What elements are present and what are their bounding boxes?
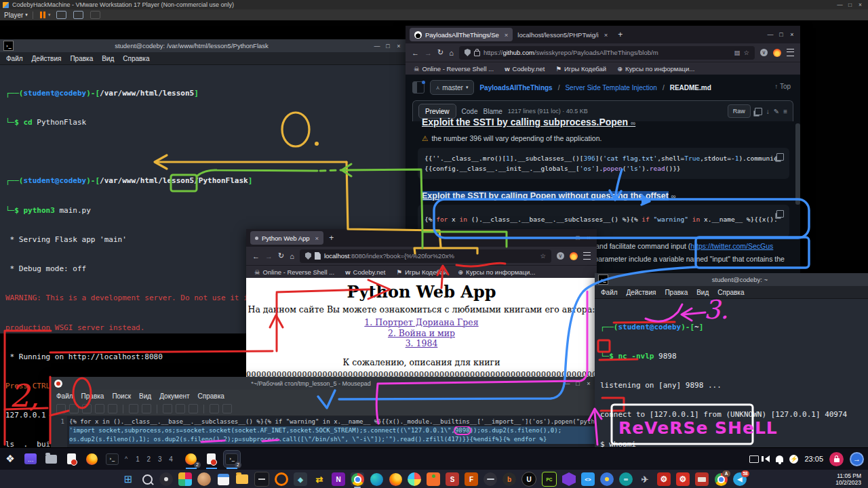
bookmark-reverse-shell[interactable]: ☠Online - Reverse Shell ...: [414, 65, 494, 73]
mousepad-maximize-button[interactable]: □: [572, 380, 583, 387]
twitter-link[interactable]: https://twitter.com/SecGus: [690, 242, 773, 250]
web-close-button[interactable]: ×: [583, 235, 594, 241]
mousepad-window[interactable]: *~/Рабочий стол/tmp_lesson_5 - Mousepad …: [51, 377, 597, 447]
paste-icon[interactable]: [189, 404, 198, 413]
breadcrumb-repo-link[interactable]: PayloadsAllTheThings: [479, 84, 552, 92]
fullscreen-button[interactable]: [73, 11, 83, 19]
bookmark-games[interactable]: ⚑Игры Кодебай: [396, 268, 447, 276]
running-firefox[interactable]: 2: [183, 451, 199, 467]
tab-payloadsallthethings[interactable]: PayloadsAllTheThings/Se ×: [410, 28, 513, 41]
bookmark-courses[interactable]: ⊕Курсы по информаци...: [458, 268, 535, 276]
bookmark-reverse-shell[interactable]: ☠Online - Reverse Shell ...: [254, 268, 334, 276]
menu-file[interactable]: Файл: [56, 392, 73, 400]
taskbar-icon-substance[interactable]: S: [446, 472, 459, 486]
bookmark-star-icon[interactable]: ☆: [743, 49, 749, 56]
pause-caret-icon[interactable]: ▾: [48, 12, 51, 18]
player-menu[interactable]: Player: [4, 12, 23, 19]
menu-view[interactable]: Вид: [139, 392, 151, 400]
taskbar-icon-onenote[interactable]: N: [332, 472, 345, 486]
bookmark-games[interactable]: ⚑Игры Кодебай: [555, 65, 606, 73]
gh-close-button[interactable]: ×: [787, 31, 797, 38]
taskbar-icon-drive[interactable]: [254, 472, 269, 487]
book-link-1[interactable]: 1. Портрет Дориана Грея: [246, 317, 597, 328]
taskbar-icon-visual-studio[interactable]: [562, 472, 576, 486]
logout-button[interactable]: →: [850, 452, 864, 466]
menu-file[interactable]: Файл: [601, 289, 618, 296]
menu-hamburger-icon[interactable]: [583, 252, 591, 260]
mousepad-editor[interactable]: 1 {% for x in ().__class__.__base__.__su…: [51, 416, 597, 449]
tracking-shield-icon[interactable]: [465, 49, 471, 56]
taskbar-icon-orange-ring[interactable]: [275, 472, 288, 486]
taskbar-icon-file-manager[interactable]: [43, 451, 59, 467]
web-minimize-button[interactable]: —: [561, 235, 572, 241]
tab-python-web-app[interactable]: Python Web App ×: [250, 231, 323, 245]
taskbar-icon-f-app[interactable]: F: [465, 472, 478, 486]
reload-icon[interactable]: ↻: [278, 251, 284, 260]
book-link-3[interactable]: 3. 1984: [246, 338, 597, 349]
vm-clock[interactable]: 23:05: [804, 455, 823, 463]
tray-icon-chrome-profile[interactable]: A: [714, 472, 728, 486]
link-icon[interactable]: ∞: [671, 192, 675, 200]
raw-button[interactable]: Raw: [728, 104, 751, 118]
new-tab-button[interactable]: +: [329, 233, 334, 243]
extension-icon[interactable]: [570, 252, 578, 260]
taskbar-icon-arrows[interactable]: ⇄: [313, 472, 326, 486]
back-icon[interactable]: ←: [252, 252, 260, 260]
scroll-top-link[interactable]: ↑ Top: [774, 83, 791, 90]
pocket-icon[interactable]: ∨: [557, 252, 564, 260]
tab-close-icon[interactable]: ×: [315, 235, 319, 242]
tab-close-icon[interactable]: ×: [604, 31, 608, 39]
home-icon[interactable]: ⌂: [449, 49, 454, 57]
host-clock[interactable]: 11:05 PM 10/2/2023: [835, 472, 861, 486]
menu-help[interactable]: Справка: [198, 392, 224, 400]
taskbar-icon-gauge[interactable]: [159, 472, 173, 486]
host-minimize-button[interactable]: —: [835, 1, 845, 8]
scrollbar[interactable]: [795, 123, 800, 205]
terminal1-minimize-button[interactable]: —: [372, 43, 382, 49]
tab-blame[interactable]: Blame: [483, 108, 502, 115]
find-icon[interactable]: [210, 404, 219, 413]
copy-icon[interactable]: [776, 153, 784, 161]
taskbar-icon-maps[interactable]: [600, 472, 614, 486]
taskbar-icon-prism[interactable]: ◆: [294, 472, 307, 486]
taskbar-icon-pycharm[interactable]: PC: [542, 472, 557, 487]
taskbar-icon-calendar[interactable]: [216, 472, 230, 486]
taskbar-icon-explorer[interactable]: [235, 472, 249, 486]
branch-selector[interactable]: Ymaster▾: [430, 80, 474, 95]
host-maximize-button[interactable]: □: [845, 1, 855, 8]
bookmark-codeby[interactable]: wCodeby.net: [505, 65, 545, 73]
pause-vm-button[interactable]: [40, 12, 45, 18]
menu-edit[interactable]: Правка: [665, 289, 688, 296]
taskbar-icon-edge[interactable]: [370, 472, 383, 486]
taskbar-icon-chrome-active[interactable]: [351, 472, 364, 486]
menu-edit[interactable]: Правка: [70, 55, 93, 62]
gh-maximize-button[interactable]: □: [776, 31, 787, 38]
forward-icon[interactable]: →: [425, 49, 432, 57]
terminal-window-netcat[interactable]: ›_ student@codeby: ~ Файл Действия Правк…: [595, 273, 868, 447]
terminal1-maximize-button[interactable]: □: [382, 43, 393, 49]
copy-icon[interactable]: [176, 404, 185, 413]
terminal1-close-button[interactable]: ×: [393, 43, 404, 49]
tab-code[interactable]: Code: [462, 108, 478, 115]
menu-file[interactable]: Файл: [6, 55, 23, 62]
taskbar-icon-photos[interactable]: [408, 472, 421, 486]
menu-actions[interactable]: Действия: [627, 289, 656, 296]
copy-icon[interactable]: [755, 108, 762, 115]
sidebar-toggle-icon[interactable]: [412, 81, 425, 94]
breadcrumb-dir-link[interactable]: Server Side Template Injection: [565, 84, 656, 92]
taskbar-icon-arduino[interactable]: ∞: [619, 472, 633, 486]
taskbar-icon-jet[interactable]: ✈: [638, 472, 652, 486]
reader-icon[interactable]: ▤: [734, 49, 740, 56]
terminal2-titlebar[interactable]: ›_ student@codeby: ~: [595, 273, 868, 286]
taskbar-icon-photos-person[interactable]: [197, 472, 211, 486]
power-manager-icon[interactable]: ⚡: [789, 455, 798, 464]
close-file-icon[interactable]: [108, 404, 117, 413]
player-menu-caret-icon[interactable]: ▾: [25, 12, 28, 18]
taskbar-icon-workspace-app[interactable]: ⋯: [22, 451, 39, 467]
volume-icon[interactable]: [765, 455, 770, 462]
running-mousepad[interactable]: [203, 451, 220, 467]
bookmark-codeby[interactable]: wCodeby.net: [345, 268, 385, 276]
menu-help[interactable]: Справка: [123, 55, 149, 62]
menu-view[interactable]: Вид: [696, 289, 709, 296]
tracking-shield-icon[interactable]: [305, 252, 311, 260]
